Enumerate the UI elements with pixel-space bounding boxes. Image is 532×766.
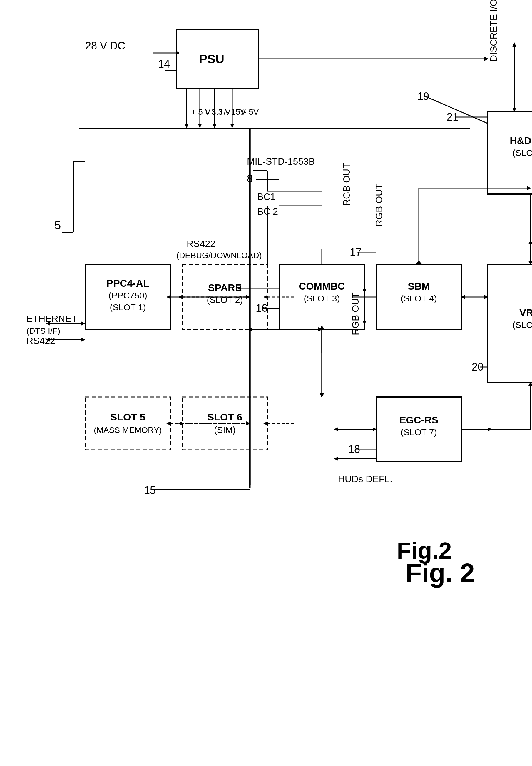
ppc4al-label1: PPC4-AL [106, 277, 149, 289]
commbc-label1: COMMBC [299, 280, 345, 292]
label-ethernet: ETHERNET [26, 313, 77, 324]
label-discrete-io: DISCRETE I/O [488, 0, 499, 62]
label-19: 19 [417, 90, 429, 102]
label-rs422-debug2: (DEBUG/DOWNLOAD) [176, 251, 262, 260]
fig2-title: Fig. 2 [406, 558, 475, 588]
label-15: 15 [144, 484, 156, 496]
slot5-label1: SLOT 5 [110, 412, 145, 423]
slot6-label2: (SIM) [214, 425, 235, 435]
hdisio-label1: H&DIS/O [510, 135, 532, 146]
sbm-label1: SBM [408, 280, 430, 292]
diagram-container: Fig.2 5 PSU 28 V DC 14 + 5 V + 3.3 V +/-… [0, 0, 532, 766]
label-14: 14 [158, 58, 170, 70]
sbm-label2: (SLOT 4) [401, 293, 437, 303]
label-bc1: BC1 [257, 191, 275, 202]
label-28vdc: 28 V DC [85, 40, 125, 52]
slot5-label2: (MASS MEMORY) [94, 426, 162, 435]
label-16: 16 [256, 302, 267, 314]
voltage-5v2: +/- 5V [237, 107, 259, 116]
label-huds: HUDs DEFL. [338, 474, 392, 484]
label-18: 18 [348, 443, 360, 455]
label-rgb-out-v: RGB OUT [374, 183, 384, 226]
label-milstd: MIL-STD-1553B [247, 156, 315, 167]
psu-label: PSU [199, 52, 224, 66]
egcrs-label1: EGC-RS [399, 414, 438, 426]
vrm-label2: (SLOT 8) [513, 320, 532, 329]
ppc4al-label2: (PPC750) [108, 290, 147, 300]
spare-label2: (SLOT 2) [207, 295, 243, 305]
slot6-label1: SLOT 6 [207, 412, 242, 423]
label-rs422-eth: RS422 [26, 335, 55, 346]
label-rgb-out: RGB OUT [350, 292, 361, 335]
ppc4al-label3: (SLOT 1) [110, 302, 146, 312]
label-rs422-debug1: RS422 [187, 238, 215, 249]
spare-label1: SPARE [208, 282, 242, 293]
label-17: 17 [350, 246, 362, 258]
vrm-label1: VRM [519, 307, 532, 318]
label-rgb-out2: RGB OUT [341, 163, 352, 206]
commbc-label2: (SLOT 3) [304, 293, 340, 303]
label-5: 5 [54, 219, 61, 232]
egcrs-label2: (SLOT 7) [401, 427, 437, 437]
hdisio-label2: (SLOT 9) [513, 148, 532, 158]
label-dts: (DTS I/F) [26, 326, 60, 335]
